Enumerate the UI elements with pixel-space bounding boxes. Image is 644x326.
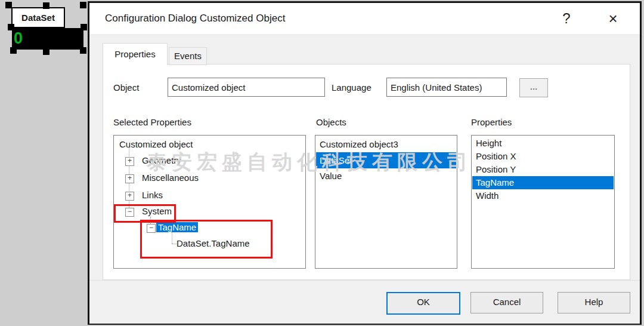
dataset-widget-display[interactable]: 0 (12, 28, 83, 50)
object-label: Object (113, 81, 139, 94)
dialog-title: Configuration Dialog Customized Object (105, 3, 285, 34)
dialog-titlebar: Configuration Dialog Customized Object ?… (89, 3, 640, 34)
expander-plus-icon[interactable]: + (125, 174, 134, 183)
selection-handle[interactable] (43, 2, 49, 9)
tree-row-links[interactable]: Links (142, 187, 163, 203)
expander-plus-icon[interactable]: + (125, 192, 134, 201)
properties-header: Properties (471, 116, 512, 129)
configuration-dialog: Configuration Dialog Customized Object ?… (88, 1, 642, 325)
tree-row-tagname[interactable]: TagName (156, 220, 198, 235)
tree-row-system[interactable]: System (142, 204, 172, 219)
dataset-widget-value: 0 (14, 28, 83, 48)
expander-plus-icon[interactable]: + (125, 157, 134, 166)
tree-row-geometry[interactable]: Geometry (142, 153, 181, 168)
list-item-selected[interactable]: TagName (472, 176, 614, 189)
selection-handle[interactable] (8, 24, 14, 30)
selected-properties-header: Selected Properties (113, 116, 191, 129)
help-icon[interactable]: ? (556, 3, 577, 34)
list-item[interactable]: Position X (472, 150, 614, 163)
list-item[interactable]: Customized object3 (316, 137, 456, 152)
selection-handle[interactable] (80, 2, 86, 8)
close-icon[interactable]: × (602, 3, 624, 34)
tree-selected-label: TagName (156, 222, 198, 232)
help-button[interactable]: Help (558, 292, 630, 313)
selection-handle[interactable] (80, 47, 86, 54)
expander-minus-icon[interactable]: − (125, 208, 134, 217)
list-item[interactable]: Position Y (472, 163, 614, 176)
cancel-button[interactable]: Cancel (470, 292, 543, 313)
ok-button[interactable]: OK (386, 292, 460, 315)
list-item-selected[interactable]: DataSet (316, 152, 456, 168)
selection-handle[interactable] (80, 24, 87, 30)
object-input[interactable] (168, 78, 325, 97)
language-input[interactable] (386, 78, 507, 97)
tree-connector (172, 244, 177, 244)
selection-handle[interactable] (43, 48, 49, 55)
tab-properties[interactable]: Properties (103, 43, 168, 65)
tree-connector (172, 232, 172, 244)
properties-listbox[interactable]: Height Position X Position Y TagName Wid… (471, 135, 615, 269)
list-item[interactable]: Width (472, 189, 614, 202)
language-label: Language (332, 81, 371, 94)
tab-events[interactable]: Events (169, 47, 207, 65)
tree-row-miscellaneous[interactable]: Miscellaneous (142, 170, 199, 186)
tree-row-root[interactable]: Customized object (119, 137, 193, 152)
objects-header: Objects (316, 116, 346, 129)
dataset-widget-label[interactable]: DataSet (11, 7, 65, 28)
designer-canvas: DataSet 0 Configuration Dialog Customize… (0, 0, 644, 326)
list-item[interactable]: Value (316, 168, 456, 184)
list-item[interactable]: Height (472, 137, 614, 150)
selection-handle[interactable] (5, 2, 12, 8)
selection-handle[interactable] (10, 47, 17, 54)
objects-listbox[interactable]: Customized object3 DataSet Value (315, 135, 457, 269)
tree-row-dataset-tagname[interactable]: DataSet.TagName (177, 236, 250, 251)
browse-button[interactable]: ... (519, 78, 548, 97)
expander-minus-icon[interactable]: − (147, 224, 156, 233)
selected-properties-tree[interactable]: Customized object + Geometry + Miscellan… (113, 135, 306, 269)
